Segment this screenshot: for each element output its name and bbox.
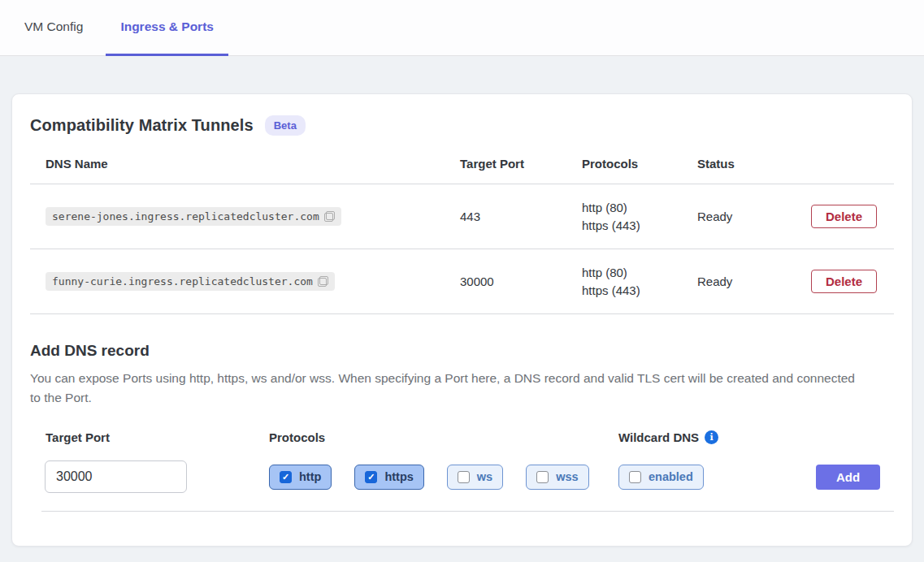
card-title: Compatibility Matrix Tunnels	[30, 116, 254, 135]
target-port-input[interactable]	[45, 460, 187, 493]
protocol-checkbox-ws[interactable]: ws	[447, 465, 503, 490]
checkbox-icon	[536, 471, 549, 483]
checkbox-icon	[280, 471, 292, 483]
dns-name-pill: funny-curie.ingress.replicatedcluster.co…	[46, 272, 335, 291]
add-dns-record-description: You can expose Ports using http, https, …	[30, 369, 859, 408]
copy-icon[interactable]	[318, 276, 328, 287]
protocol-line: http (80)	[582, 264, 697, 282]
bottom-divider	[41, 511, 894, 512]
checkbox-icon	[629, 471, 641, 483]
column-header-protocols: Protocols	[582, 157, 697, 171]
column-header-status: Status	[697, 157, 811, 171]
protocol-checkbox-wss[interactable]: wss	[526, 465, 588, 490]
status-value: Ready	[697, 210, 811, 223]
wildcard-enabled-checkbox[interactable]: enabled	[618, 465, 704, 490]
tunnels-card: Compatibility Matrix Tunnels Beta DNS Na…	[11, 93, 913, 547]
table-row: funny-curie.ingress.replicatedcluster.co…	[30, 249, 894, 314]
tunnels-table: DNS Name Target Port Protocols Status se…	[30, 157, 894, 314]
dns-name-pill: serene-jones.ingress.replicatedcluster.c…	[46, 207, 341, 226]
target-port-label: Target Port	[30, 430, 262, 444]
delete-button[interactable]: Delete	[811, 270, 877, 293]
add-dns-record-section: Add DNS record You can expose Ports usin…	[30, 342, 894, 512]
table-row: serene-jones.ingress.replicatedcluster.c…	[30, 184, 894, 249]
column-header-dns: DNS Name	[30, 157, 460, 171]
column-header-target-port: Target Port	[460, 157, 582, 171]
protocols-cell: http (80) https (443)	[582, 264, 697, 300]
protocol-options: http https ws wss	[262, 465, 616, 490]
dns-name-text: funny-curie.ingress.replicatedcluster.co…	[52, 275, 313, 287]
add-dns-record-title: Add DNS record	[30, 342, 894, 360]
add-button[interactable]: Add	[816, 465, 880, 490]
protocol-line: http (80)	[582, 199, 697, 217]
dns-name-text: serene-jones.ingress.replicatedcluster.c…	[52, 210, 319, 223]
delete-button[interactable]: Delete	[811, 205, 877, 228]
protocol-line: https (443)	[582, 217, 697, 235]
tab-ingress-ports[interactable]: Ingress & Ports	[106, 0, 228, 56]
status-value: Ready	[697, 275, 811, 288]
checkbox-icon	[365, 471, 377, 483]
protocol-checkbox-http[interactable]: http	[269, 465, 332, 490]
wildcard-dns-label: Wildcard DNS i	[616, 430, 816, 444]
tab-vm-config[interactable]: VM Config	[10, 0, 98, 56]
target-port-value: 30000	[460, 275, 582, 288]
protocol-line: https (443)	[582, 282, 697, 300]
add-dns-form: Target Port Protocols Wildcard DNS i htt…	[30, 430, 894, 493]
info-icon[interactable]: i	[705, 430, 718, 444]
tab-bar: VM Config Ingress & Ports	[0, 0, 924, 56]
protocols-label: Protocols	[262, 430, 616, 444]
protocol-checkbox-https[interactable]: https	[354, 465, 423, 490]
protocols-cell: http (80) https (443)	[582, 199, 697, 235]
beta-badge: Beta	[265, 115, 306, 136]
target-port-value: 443	[460, 210, 582, 223]
copy-icon[interactable]	[324, 211, 335, 222]
checkbox-icon	[458, 471, 470, 483]
table-header-row: DNS Name Target Port Protocols Status	[30, 157, 894, 184]
